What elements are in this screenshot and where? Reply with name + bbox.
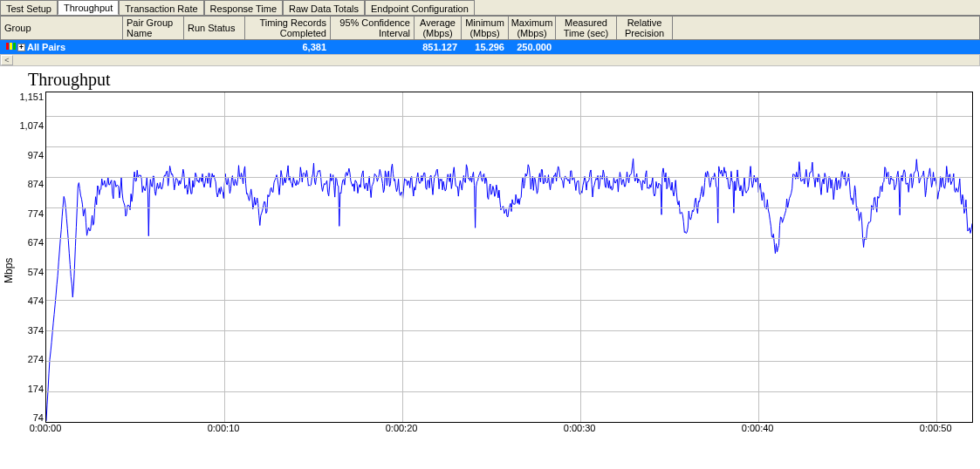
tab-raw-data-totals[interactable]: Raw Data Totals	[283, 0, 365, 15]
col-average[interactable]: Average(Mbps)	[415, 17, 462, 39]
x-tick: 0:00:30	[564, 423, 596, 433]
x-axis-ticks: 0:00:000:00:100:00:200:00:300:00:400:00:…	[45, 423, 973, 435]
chart-series-line	[46, 159, 972, 421]
expand-icon[interactable]: +	[17, 44, 25, 51]
col-pair-group-name[interactable]: Pair GroupName	[123, 17, 184, 39]
svg-rect-2	[13, 43, 16, 50]
x-tick: 0:00:20	[386, 423, 418, 433]
chart-plot	[45, 92, 973, 423]
x-tick: 0:00:10	[208, 423, 240, 433]
col-relative-precision[interactable]: RelativePrecision	[617, 17, 673, 39]
tab-throughput[interactable]: Throughput	[58, 0, 119, 15]
table-row[interactable]: + All Pairs 6,381 851.127 15.296 250.000	[0, 40, 980, 54]
y-tick: 174	[28, 384, 44, 394]
y-tick: 74	[33, 412, 44, 423]
group-icon	[5, 41, 16, 53]
cell-maximum: 250.000	[508, 42, 555, 52]
y-tick: 874	[28, 179, 44, 189]
svg-rect-0	[6, 43, 9, 50]
col-run-status[interactable]: Run Status	[184, 17, 245, 39]
y-tick: 1,151	[19, 92, 44, 102]
chart-title: Throughput	[28, 70, 973, 90]
tab-endpoint-configuration[interactable]: Endpoint Configuration	[365, 0, 475, 15]
col-timing-records[interactable]: Timing RecordsCompleted	[245, 17, 331, 39]
y-tick: 674	[28, 237, 44, 248]
tab-test-setup[interactable]: Test Setup	[0, 0, 58, 15]
col-group[interactable]: Group	[1, 17, 123, 39]
scroll-left-icon[interactable]: <	[1, 55, 13, 65]
y-tick: 774	[28, 208, 44, 219]
col-minimum[interactable]: Minimum(Mbps)	[462, 17, 509, 39]
tab-response-time[interactable]: Response Time	[204, 0, 283, 15]
y-axis-ticks: 1,1511,07497487477467457447437427417474	[16, 92, 45, 423]
tab-transaction-rate[interactable]: Transaction Rate	[119, 0, 203, 15]
cell-timing-records: 6,381	[244, 42, 330, 52]
table-header: Group Pair GroupName Run Status Timing R…	[0, 16, 980, 40]
x-tick: 0:00:40	[742, 423, 774, 433]
x-tick: 0:00:50	[920, 423, 952, 433]
tab-bar: Test Setup Throughput Transaction Rate R…	[0, 0, 980, 16]
y-tick: 974	[28, 150, 44, 160]
y-axis-label: Mbps	[2, 92, 16, 449]
chart-area: Throughput Mbps 1,1511,07497487477467457…	[0, 66, 980, 449]
col-maximum[interactable]: Maximum(Mbps)	[509, 17, 556, 39]
x-tick: 0:00:00	[30, 423, 62, 433]
cell-average: 851.127	[414, 42, 461, 52]
cell-minimum: 15.296	[461, 42, 508, 52]
y-tick: 574	[28, 267, 44, 277]
group-label: All Pairs	[27, 42, 65, 52]
y-tick: 374	[28, 325, 44, 336]
svg-rect-1	[10, 43, 12, 50]
horizontal-scrollbar[interactable]: <	[0, 54, 980, 66]
y-tick: 274	[28, 354, 44, 364]
y-tick: 1,074	[19, 120, 44, 131]
y-tick: 474	[28, 296, 44, 306]
col-conf-interval[interactable]: 95% ConfidenceInterval	[331, 17, 415, 39]
col-measured-time[interactable]: MeasuredTime (sec)	[556, 17, 617, 39]
